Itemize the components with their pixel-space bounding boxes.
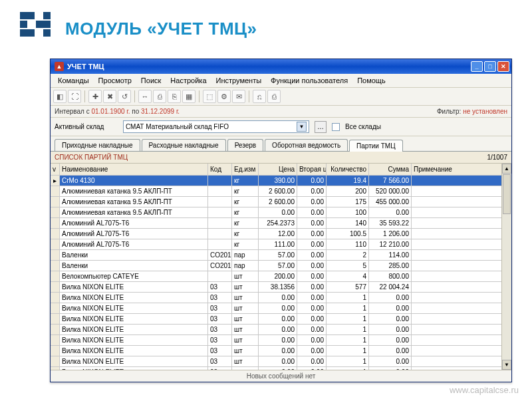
toolbar-button-1[interactable]: ⛶ — [68, 90, 81, 103]
menu-item-3[interactable]: Настройка — [166, 75, 211, 86]
col-price[interactable]: Цена — [259, 164, 297, 175]
toolbar-button-9[interactable]: ⬚ — [203, 90, 216, 103]
cell: 03 — [208, 356, 232, 366]
cell — [412, 229, 511, 239]
table-row[interactable]: Алюминиевая катанка 9.5 АКЛП-ПТкг2 600.0… — [51, 186, 511, 197]
cell: кг — [232, 186, 259, 196]
menu-item-6[interactable]: Помощь — [352, 75, 390, 86]
toolbar-button-10[interactable]: ⚙ — [217, 90, 231, 103]
table-row[interactable]: Вилка NIXON ELITE03шт0.000.0010.00 — [51, 356, 511, 367]
table-row[interactable]: Алюминиевая катанка 9.5 АКЛП-ПТкг2 600.0… — [51, 197, 511, 207]
list-counter: 1/1007 — [487, 154, 507, 161]
menu-item-1[interactable]: Просмотр — [94, 75, 136, 86]
cell: 0.00 — [297, 186, 327, 196]
tab-1[interactable]: Расходные накладные — [142, 139, 226, 151]
cell — [412, 356, 511, 366]
scroll-thumb[interactable] — [503, 174, 511, 214]
cell: Вилка NIXON ELITE — [60, 325, 208, 334]
vertical-scrollbar[interactable]: ▲ ▼ — [501, 164, 511, 370]
cell: 0.00 — [259, 325, 297, 334]
toolbar-button-5[interactable]: ↔ — [138, 90, 152, 103]
window-titlebar[interactable]: ▲ УЧЕТ ТМЦ _ □ ✕ — [51, 59, 511, 74]
table-row[interactable]: Вилка NIXON ELITE03шт0.000.0010.00 — [51, 303, 511, 314]
table-row[interactable]: Вилка NIXON ELITE03шт0.000.0010.00 — [51, 367, 511, 370]
table-row[interactable]: Алюминиевая катанка 9.5 АКЛП-ПТкг0.000.0… — [51, 207, 511, 218]
col-code[interactable]: Код — [208, 164, 232, 175]
cell — [51, 229, 60, 239]
cell: Алюминиевая катанка 9.5 АКЛП-ПТ — [60, 197, 208, 207]
cell — [412, 197, 511, 207]
table-row[interactable]: Алюминий AL7075-T6кг12.000.00100.51 206.… — [51, 229, 511, 239]
toolbar-button-13[interactable]: ⎙ — [267, 90, 281, 103]
cell: Алюминиевая катанка 9.5 АКЛП-ПТ — [60, 186, 208, 196]
col-sum[interactable]: Сумма — [369, 164, 412, 175]
window-title: УЧЕТ ТМЦ — [67, 63, 104, 70]
tab-3[interactable]: Оборотная ведомость — [265, 139, 348, 151]
table-row[interactable]: Велокомпьютер CATEYEшт200.000.004800.00 — [51, 271, 511, 282]
cell: ▸ — [51, 176, 60, 186]
table-row[interactable]: Вилка NIXON ELITE03шт0.000.0010.00 — [51, 325, 511, 335]
table-row[interactable]: ▸CrMo 4130кг390.000.0019.47 566.00 — [51, 176, 511, 186]
toolbar-button-8[interactable]: ▦ — [182, 90, 196, 103]
table-row[interactable]: Вилка NIXON ELITE03шт38.13560.0057722 00… — [51, 282, 511, 293]
close-button[interactable]: ✕ — [497, 61, 509, 72]
cell: 1 — [327, 367, 369, 370]
table-row[interactable]: ВаленкиCO201пар57.000.005285.00 — [51, 261, 511, 271]
tab-2[interactable]: Резерв — [227, 139, 263, 151]
col-note[interactable]: Примечание — [412, 164, 511, 175]
scroll-up-icon[interactable]: ▲ — [502, 164, 511, 174]
toolbar-button-6[interactable]: ⎙ — [153, 90, 166, 103]
table-row[interactable]: Вилка NIXON ELITE03шт0.000.0010.00 — [51, 314, 511, 325]
warehouse-clear-button[interactable]: … — [315, 121, 327, 133]
table-row[interactable]: ВаленкиCO201пар57.000.002114.00 — [51, 250, 511, 261]
data-grid[interactable]: v Наименование Код Ед.изм Цена Вторая це… — [51, 164, 511, 370]
cell: шт — [232, 293, 259, 303]
cell — [51, 261, 60, 271]
toolbar-button-12[interactable]: ⎌ — [253, 90, 266, 103]
cell: 0.00 — [369, 325, 412, 334]
table-row[interactable]: Вилка NIXON ELITE03шт0.000.0010.00 — [51, 293, 511, 303]
cell — [412, 325, 511, 334]
cell: 0.00 — [297, 335, 327, 345]
cell: 03 — [208, 314, 232, 324]
cell: 1 — [327, 303, 369, 313]
chevron-down-icon[interactable]: ▼ — [297, 122, 307, 132]
tab-4[interactable]: Партии ТМЦ — [349, 140, 402, 152]
minimize-button[interactable]: _ — [471, 61, 483, 72]
col-unit[interactable]: Ед.изм — [232, 164, 259, 175]
maximize-button[interactable]: □ — [484, 61, 496, 72]
toolbar-button-11[interactable]: ✉ — [232, 90, 245, 103]
filter-status: Фильтр: не установлен — [437, 108, 507, 115]
cell: 03 — [208, 293, 232, 303]
cell: 0.00 — [297, 218, 327, 228]
toolbar-button-0[interactable]: ◧ — [53, 90, 66, 103]
menu-item-4[interactable]: Инструменты — [211, 75, 267, 86]
toolbar-button-4[interactable]: ↺ — [118, 90, 131, 103]
table-row[interactable]: Вилка NIXON ELITE03шт0.000.0010.00 — [51, 335, 511, 346]
scroll-down-icon[interactable]: ▼ — [502, 360, 511, 370]
table-row[interactable]: Алюминий AL7075-T6кг254.23730.0014035 59… — [51, 218, 511, 229]
toolbar-button-3[interactable]: ✖ — [103, 90, 116, 103]
table-row[interactable]: Вилка NIXON ELITE03шт0.000.0010.00 — [51, 346, 511, 356]
col-qty[interactable]: Количество — [327, 164, 369, 175]
all-warehouses-checkbox[interactable] — [332, 123, 340, 131]
warehouse-select[interactable]: СМАТ Материальный склад FIFO ▼ — [123, 120, 309, 133]
cell: 0.00 — [369, 314, 412, 324]
cell: 0.00 — [369, 356, 412, 366]
cell — [208, 229, 232, 239]
cell — [412, 271, 511, 281]
cell: кг — [232, 218, 259, 228]
col-name[interactable]: Наименование — [60, 164, 208, 175]
cell — [208, 218, 232, 228]
col-marker[interactable]: v — [51, 164, 60, 175]
menu-item-2[interactable]: Поиск — [136, 75, 166, 86]
menu-item-5[interactable]: Функции пользователя — [266, 75, 352, 86]
table-row[interactable]: Алюминий AL7075-T6кг111.000.0011012 210.… — [51, 239, 511, 250]
cell: шт — [232, 335, 259, 345]
tab-0[interactable]: Приходные накладные — [55, 139, 140, 151]
cell: 0.00 — [259, 293, 297, 303]
toolbar-button-7[interactable]: ⎘ — [168, 90, 181, 103]
menu-item-0[interactable]: Команды — [53, 75, 94, 86]
col-price2[interactable]: Вторая цена — [297, 164, 327, 175]
toolbar-button-2[interactable]: ✚ — [88, 90, 102, 103]
